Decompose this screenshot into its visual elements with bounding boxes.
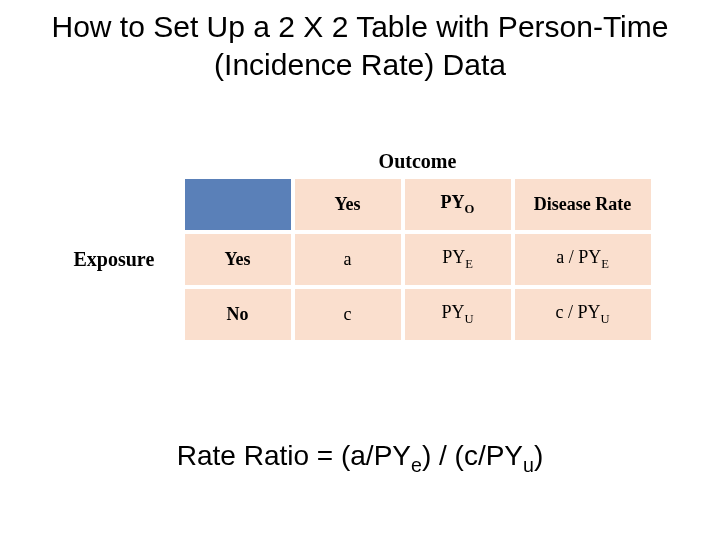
rowlabel-no: No	[183, 287, 293, 342]
formula-lead: Rate Ratio = (a/PY	[177, 440, 411, 471]
slide-title: How to Set Up a 2 X 2 Table with Person-…	[0, 0, 720, 83]
formula-mid: ) / (c/PY	[422, 440, 523, 471]
c-over-pyu-sub: U	[600, 311, 609, 325]
cell-c-over-pyu: c / PYU	[513, 287, 653, 342]
header-disease-rate: Disease Rate	[513, 177, 653, 232]
c-over-pyu-pre: c / PY	[555, 302, 600, 322]
formula-tail: )	[534, 440, 543, 471]
formula-sub1: e	[411, 454, 422, 476]
rate-ratio-formula: Rate Ratio = (a/PYe) / (c/PYu)	[0, 440, 720, 477]
header-blank	[183, 177, 293, 232]
cell-a: a	[293, 232, 403, 287]
cell-pyu: PYU	[403, 287, 513, 342]
formula-sub2: u	[523, 454, 534, 476]
pyo-base: PY	[441, 192, 465, 212]
cell-pye: PYE	[403, 232, 513, 287]
pyu-sub: U	[464, 311, 473, 325]
rowlabel-yes: Yes	[183, 232, 293, 287]
a-over-pye-pre: a / PY	[556, 247, 601, 267]
table-body-row: Exposure Yes PYO Disease Rate Yes a PYE …	[0, 177, 720, 342]
a-over-pye-sub: E	[601, 256, 609, 270]
pyo-sub: O	[465, 201, 475, 215]
header-yes: Yes	[293, 177, 403, 232]
pye-base: PY	[442, 247, 465, 267]
cell-c: c	[293, 287, 403, 342]
slide: How to Set Up a 2 X 2 Table with Person-…	[0, 0, 720, 540]
two-by-two-table: Outcome Exposure Yes PYO Disease Rate Ye…	[0, 150, 720, 342]
header-pyo: PYO	[403, 177, 513, 232]
pyu-base: PY	[441, 302, 464, 322]
pye-sub: E	[465, 256, 473, 270]
exposure-label: Exposure	[68, 177, 183, 342]
outcome-label: Outcome	[115, 150, 720, 173]
table-grid: Yes PYO Disease Rate Yes a PYE a / PYE N…	[183, 177, 653, 342]
cell-a-over-pye: a / PYE	[513, 232, 653, 287]
